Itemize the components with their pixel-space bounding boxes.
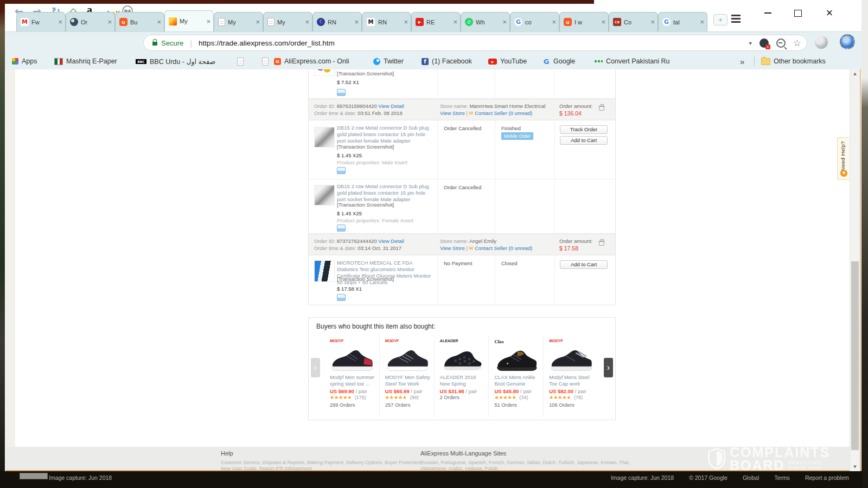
tab-close-icon[interactable] <box>305 18 309 25</box>
browser-tab[interactable]: Wh <box>461 12 510 31</box>
tab-close-icon[interactable] <box>650 18 655 25</box>
secure-label: Secure <box>161 39 183 47</box>
tab-close-icon[interactable] <box>256 18 260 25</box>
scroll-up-arrow[interactable] <box>850 69 860 78</box>
product-title-link[interactable]: Modyf Mens Steel Toe Cap work Safe... <box>549 375 595 387</box>
footer-language-links[interactable]: Russian, Portuguese, Spanish, French, Ge… <box>420 460 630 466</box>
trash-icon[interactable] <box>599 239 604 246</box>
recommended-product[interactable]: MODYF Modyf Men summer spring steel toe … <box>324 335 379 417</box>
bookmark-youtube[interactable]: YouTube <box>488 56 527 66</box>
extension-globe-gear-icon[interactable] <box>840 34 855 49</box>
view-detail-link[interactable]: View Detail <box>378 238 404 244</box>
recommended-product[interactable]: MODYF MODYF Men Safety Steel Toe Work Sh… <box>379 335 434 417</box>
tab-list-icon[interactable] <box>731 15 741 23</box>
terms-link[interactable]: Terms <box>774 474 790 481</box>
bookmark-mashriq[interactable]: Mashriq E-Paper <box>54 56 117 66</box>
browser-tab[interactable]: Or <box>66 12 115 31</box>
product-title-link[interactable]: DB15 2 row Metal connector D Sub plug go… <box>337 125 435 144</box>
carousel-right-arrow[interactable] <box>604 358 613 377</box>
report-problem-link[interactable]: Report a problem <box>805 474 849 481</box>
browser-tab[interactable]: Co <box>609 12 658 31</box>
extension-badge-icon[interactable] <box>760 38 769 48</box>
browser-tab[interactable]: tal <box>658 12 707 31</box>
address-bar[interactable]: Secure | https://trade.aliexpress.com/or… <box>143 35 807 51</box>
vertical-scrollbar[interactable] <box>850 69 860 471</box>
bookmark-facebook[interactable]: (1) Facebook <box>422 56 472 66</box>
product-title-link[interactable]: Modyf Men summer spring steel toe ... <box>330 375 376 387</box>
extension-dove-icon[interactable] <box>815 36 828 49</box>
browser-tab[interactable]: RE <box>411 12 461 31</box>
tab-close-icon[interactable] <box>601 18 605 25</box>
bookmark-convert-rupee[interactable]: Convert Pakistani Ru <box>594 56 669 66</box>
contact-seller-link[interactable]: Contact Seller (0 unread) <box>475 245 532 251</box>
window-maximize-button[interactable] <box>791 8 805 18</box>
bookmarks-overflow[interactable] <box>740 56 744 66</box>
photo-attachment-icon[interactable] <box>337 89 346 96</box>
product-image[interactable] <box>314 69 335 76</box>
photo-attachment-icon[interactable] <box>337 224 346 232</box>
url-text[interactable]: https://trade.aliexpress.com/order_list.… <box>199 39 742 47</box>
tab-close-icon[interactable] <box>700 18 704 25</box>
tab-close-icon[interactable] <box>58 18 62 25</box>
bookmark-bbc-urdu[interactable]: BBC Urdu - صفحة اول <box>136 56 215 66</box>
recommended-product[interactable]: MODYF Modyf Mens Steel Toe Cap work Safe… <box>543 335 598 417</box>
bookmark-document[interactable] <box>262 56 269 66</box>
contact-seller-link[interactable]: Contact Seller (0 unread) <box>475 110 532 116</box>
bookmark-aliexpress[interactable]: AliExpress.com - Onli <box>274 56 349 66</box>
browser-tab[interactable]: My <box>214 12 263 31</box>
photo-attachment-icon[interactable] <box>337 294 346 301</box>
product-title-link[interactable]: CLAX Mens Ankle Boot Genuine Leath... <box>494 375 540 387</box>
view-store-link[interactable]: View Store <box>440 110 465 116</box>
tab-close-icon[interactable] <box>552 18 556 25</box>
tab-close-icon[interactable] <box>354 18 359 25</box>
need-help-tab[interactable]: Need Help? <box>837 137 849 180</box>
add-to-cart-button[interactable]: Add to Cart <box>560 136 608 145</box>
tab-close-icon[interactable] <box>502 18 507 25</box>
browser-tab-active[interactable]: My <box>164 10 214 31</box>
tab-close-icon[interactable] <box>157 18 161 25</box>
window-close-button[interactable] <box>822 8 837 18</box>
product-image[interactable] <box>314 127 335 147</box>
scrollbar-thumb[interactable] <box>851 261 859 450</box>
browser-tab[interactable]: I w <box>559 12 609 31</box>
scroll-down-arrow[interactable] <box>850 463 860 471</box>
view-store-link[interactable]: View Store <box>440 245 465 251</box>
product-image[interactable] <box>314 185 335 206</box>
browser-tab[interactable]: co <box>510 12 559 31</box>
carousel-left-arrow[interactable] <box>311 358 320 377</box>
tab-close-icon[interactable] <box>453 18 457 25</box>
column-divider <box>554 179 555 233</box>
add-to-cart-button[interactable]: Add to Cart <box>560 260 608 269</box>
tab-close-icon[interactable] <box>107 18 112 25</box>
product-title-link[interactable]: DB15 2 row Metal connector D Sub plug go… <box>337 183 435 203</box>
brand-logo: MODYF <box>385 339 431 345</box>
browser-tab[interactable]: Bu <box>115 12 164 31</box>
product-title-link[interactable]: MODYF Men Safety Steel Toe Work Sh... <box>385 375 431 387</box>
global-link[interactable]: Global <box>743 474 759 481</box>
browser-tab[interactable]: RN <box>312 12 362 31</box>
window-minimize-button[interactable] <box>761 8 775 18</box>
recommended-product[interactable]: ALEADER ALEADER 2018 New Spring Men&#39;… <box>434 335 489 417</box>
product-image[interactable] <box>314 260 335 282</box>
zoom-out-icon[interactable] <box>776 38 786 48</box>
view-detail-link[interactable]: View Detail <box>378 103 404 109</box>
browser-tab[interactable]: Fw <box>16 12 66 31</box>
footer-help-links[interactable]: Customer Service, Disputes & Reports, Ma… <box>221 460 422 466</box>
bookmark-apps[interactable]: Apps <box>12 56 37 66</box>
new-tab-button[interactable] <box>713 14 727 25</box>
bookmark-twitter[interactable]: Twitter <box>373 56 404 66</box>
recommended-product[interactable]: Clax CLAX Mens Ankle Boot Genuine Leath.… <box>488 335 543 417</box>
bookmark-google[interactable]: Google <box>542 56 575 66</box>
tab-close-icon[interactable] <box>404 18 408 25</box>
product-title-link[interactable]: ALEADER 2018 New Spring Men&#39;s S... <box>440 375 486 387</box>
bookmark-star-icon[interactable] <box>793 37 801 49</box>
browser-tab[interactable]: RN <box>362 12 411 31</box>
other-bookmarks[interactable]: Other bookmarks <box>761 56 826 66</box>
trash-icon[interactable] <box>599 104 604 111</box>
chevron-down-icon[interactable] <box>749 40 752 46</box>
tab-close-icon[interactable] <box>206 18 210 25</box>
track-order-button[interactable]: Track Order <box>560 125 608 134</box>
photo-attachment-icon[interactable] <box>337 167 346 174</box>
browser-tab[interactable]: My <box>263 12 312 31</box>
bookmark-document[interactable] <box>237 56 244 66</box>
